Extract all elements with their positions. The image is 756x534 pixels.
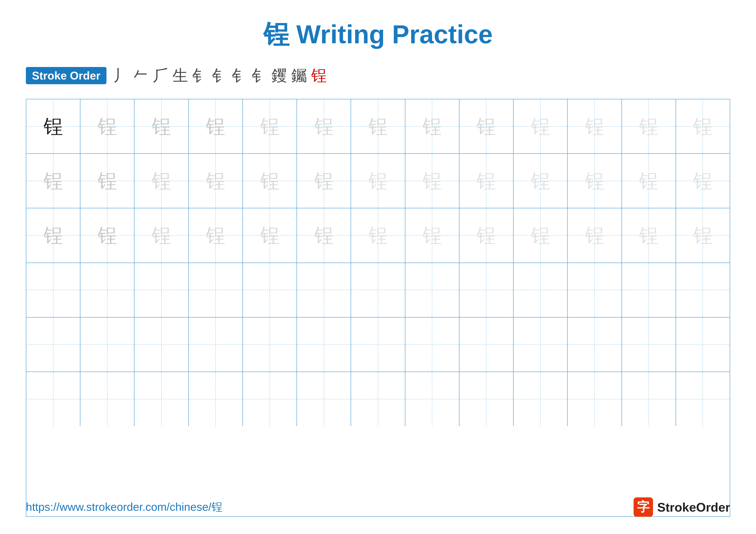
grid-cell-1-0[interactable]: 锃 — [26, 154, 80, 208]
cell-character: 锃 — [206, 226, 225, 245]
practice-grid: 锃锃锃锃锃锃锃锃锃锃锃锃锃锃锃锃锃锃锃锃锃锃锃锃锃锃锃锃锃锃锃锃锃锃锃锃锃锃锃 — [26, 99, 730, 517]
grid-cell-3-1[interactable] — [80, 263, 134, 317]
grid-cell-1-5[interactable]: 锃 — [297, 154, 351, 208]
grid-cell-1-3[interactable]: 锃 — [189, 154, 243, 208]
grid-cell-5-3[interactable] — [189, 372, 243, 426]
cell-character: 锃 — [693, 117, 713, 136]
grid-cell-0-10[interactable]: 锃 — [568, 99, 622, 153]
grid-cell-1-6[interactable]: 锃 — [351, 154, 405, 208]
cell-character: 锃 — [422, 171, 442, 191]
grid-cell-4-9[interactable] — [514, 318, 568, 371]
grid-cell-1-11[interactable]: 锃 — [622, 154, 676, 208]
grid-cell-4-11[interactable] — [622, 318, 676, 371]
grid-cell-5-2[interactable] — [134, 372, 189, 426]
footer-brand: 字 StrokeOrder — [634, 497, 730, 517]
grid-cell-4-2[interactable] — [134, 318, 189, 371]
grid-cell-2-5[interactable]: 锃 — [297, 208, 351, 262]
grid-cell-4-5[interactable] — [297, 318, 351, 371]
grid-cell-0-3[interactable]: 锃 — [189, 99, 243, 153]
grid-cell-1-12[interactable]: 锃 — [676, 154, 730, 208]
grid-cell-5-11[interactable] — [622, 372, 676, 426]
grid-cell-0-1[interactable]: 锃 — [80, 99, 134, 153]
grid-cell-5-9[interactable] — [514, 372, 568, 426]
grid-cell-3-4[interactable] — [243, 263, 297, 317]
grid-cell-4-10[interactable] — [568, 318, 622, 371]
cell-character: 锃 — [314, 117, 334, 136]
grid-cell-4-3[interactable] — [189, 318, 243, 371]
grid-cell-2-2[interactable]: 锃 — [134, 208, 189, 262]
cell-character: 锃 — [43, 171, 63, 191]
grid-cell-5-12[interactable] — [676, 372, 730, 426]
grid-cell-3-2[interactable] — [134, 263, 189, 317]
cell-character: 锃 — [314, 226, 334, 245]
grid-cell-0-11[interactable]: 锃 — [622, 99, 676, 153]
grid-cell-1-10[interactable]: 锃 — [568, 154, 622, 208]
grid-cell-0-7[interactable]: 锃 — [405, 99, 459, 153]
cell-character: 锃 — [639, 117, 659, 136]
stroke-step-10: 锃 — [311, 65, 327, 86]
grid-cell-1-9[interactable]: 锃 — [514, 154, 568, 208]
grid-cell-0-12[interactable]: 锃 — [676, 99, 730, 153]
grid-cell-3-5[interactable] — [297, 263, 351, 317]
cell-character: 锃 — [97, 117, 117, 136]
grid-cell-1-1[interactable]: 锃 — [80, 154, 134, 208]
grid-cell-2-9[interactable]: 锃 — [514, 208, 568, 262]
grid-cell-2-10[interactable]: 锃 — [568, 208, 622, 262]
cell-character: 锃 — [585, 226, 604, 245]
grid-cell-3-7[interactable] — [405, 263, 459, 317]
grid-cell-2-1[interactable]: 锃 — [80, 208, 134, 262]
grid-cell-5-4[interactable] — [243, 372, 297, 426]
grid-cell-5-0[interactable] — [26, 372, 80, 426]
cell-character: 锃 — [531, 171, 550, 191]
grid-cell-2-7[interactable]: 锃 — [405, 208, 459, 262]
cell-character: 锃 — [476, 226, 496, 245]
grid-cell-5-8[interactable] — [459, 372, 514, 426]
grid-cell-3-9[interactable] — [514, 263, 568, 317]
cell-character: 锃 — [585, 117, 604, 136]
grid-row-4 — [26, 318, 730, 372]
grid-cell-1-7[interactable]: 锃 — [405, 154, 459, 208]
cell-character: 锃 — [639, 171, 659, 191]
grid-cell-3-6[interactable] — [351, 263, 405, 317]
grid-cell-3-10[interactable] — [568, 263, 622, 317]
grid-cell-4-8[interactable] — [459, 318, 514, 371]
grid-cell-5-1[interactable] — [80, 372, 134, 426]
grid-cell-0-2[interactable]: 锃 — [134, 99, 189, 153]
grid-cell-1-4[interactable]: 锃 — [243, 154, 297, 208]
grid-cell-0-4[interactable]: 锃 — [243, 99, 297, 153]
grid-cell-0-8[interactable]: 锃 — [459, 99, 514, 153]
grid-cell-3-0[interactable] — [26, 263, 80, 317]
grid-cell-5-7[interactable] — [405, 372, 459, 426]
grid-cell-5-6[interactable] — [351, 372, 405, 426]
stroke-step-0: 丿 — [113, 65, 128, 86]
grid-cell-2-0[interactable]: 锃 — [26, 208, 80, 262]
grid-cell-2-11[interactable]: 锃 — [622, 208, 676, 262]
grid-cell-2-3[interactable]: 锃 — [189, 208, 243, 262]
grid-cell-5-5[interactable] — [297, 372, 351, 426]
grid-cell-2-12[interactable]: 锃 — [676, 208, 730, 262]
grid-cell-3-3[interactable] — [189, 263, 243, 317]
grid-cell-3-8[interactable] — [459, 263, 514, 317]
grid-cell-5-10[interactable] — [568, 372, 622, 426]
grid-cell-3-11[interactable] — [622, 263, 676, 317]
grid-cell-4-1[interactable] — [80, 318, 134, 371]
grid-cell-4-4[interactable] — [243, 318, 297, 371]
grid-cell-2-4[interactable]: 锃 — [243, 208, 297, 262]
grid-cell-4-12[interactable] — [676, 318, 730, 371]
stroke-step-9: 钃 — [291, 65, 307, 86]
grid-cell-4-6[interactable] — [351, 318, 405, 371]
stroke-step-8: 钁 — [272, 65, 287, 86]
cell-character: 锃 — [422, 117, 442, 136]
grid-cell-0-9[interactable]: 锃 — [514, 99, 568, 153]
footer: https://www.strokeorder.com/chinese/锃 字 … — [26, 497, 730, 517]
grid-cell-4-0[interactable] — [26, 318, 80, 371]
grid-cell-1-8[interactable]: 锃 — [459, 154, 514, 208]
grid-cell-0-6[interactable]: 锃 — [351, 99, 405, 153]
grid-cell-3-12[interactable] — [676, 263, 730, 317]
grid-cell-0-0[interactable]: 锃 — [26, 99, 80, 153]
grid-cell-0-5[interactable]: 锃 — [297, 99, 351, 153]
grid-cell-2-8[interactable]: 锃 — [459, 208, 514, 262]
grid-cell-2-6[interactable]: 锃 — [351, 208, 405, 262]
grid-cell-1-2[interactable]: 锃 — [134, 154, 189, 208]
grid-cell-4-7[interactable] — [405, 318, 459, 371]
